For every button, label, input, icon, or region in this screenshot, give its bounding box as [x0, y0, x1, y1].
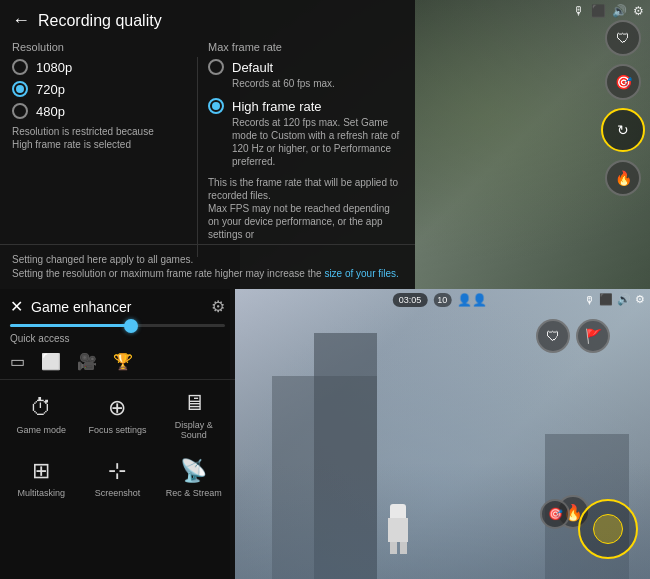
fps-high-desc: Records at 120 fps max. Set Game mode to… [232, 116, 403, 168]
game-score-display: 03:05 10 👤👤 [393, 293, 488, 307]
player-icons: 👤👤 [457, 293, 487, 307]
game-controls-top: 🎙 ⬛ 🔊 ⚙ 🛡 🎯 ↻ 🔥 [412, 0, 650, 289]
framerate-section: Max frame rate Default Records at 60 fps… [208, 41, 403, 257]
camera-icon: ⬛ [591, 4, 606, 18]
hud-extra-button[interactable]: 🎯 [540, 499, 570, 529]
back-button[interactable]: ← [12, 10, 30, 31]
bottom-shield-button[interactable]: 🛡 [536, 319, 570, 353]
framerate-label: Max frame rate [208, 41, 403, 53]
resolution-1080p-label: 1080p [36, 60, 72, 75]
panel-body: Resolution 1080p 720p 480p Resolution is… [0, 41, 415, 257]
multitasking-icon: ⊞ [32, 458, 50, 484]
b-settings-icon[interactable]: ⚙ [635, 293, 645, 306]
fps-info-text: This is the frame rate that will be appl… [208, 176, 403, 241]
game-enhancer-panel: ✕ Game enhancer ⚙ Quick access ▭ ⬜ 🎥 🏆 ⏱… [0, 289, 235, 579]
b-camera-icon: ⬛ [599, 293, 613, 306]
radio-default-fps[interactable] [208, 59, 224, 75]
display-icon: 🖥 [183, 390, 205, 416]
top-section: ← Recording quality Resolution 1080p 720… [0, 0, 650, 289]
grid-item-display[interactable]: 🖥 Display & Sound [157, 380, 231, 446]
qa-trophy-icon[interactable]: 🏆 [113, 352, 133, 371]
panel-header: ← Recording quality [0, 0, 415, 41]
brightness-slider[interactable] [0, 324, 235, 333]
enhancer-header: ✕ Game enhancer ⚙ [0, 289, 235, 324]
fps-default-title: Default [232, 60, 273, 75]
game-hud-controls: 🛡 🎯 ↻ 🔥 [601, 20, 645, 196]
screenshot-label: Screenshot [95, 488, 141, 498]
screenshot-icon: ⊹ [108, 458, 126, 484]
vertical-divider [197, 57, 198, 257]
slider-thumb[interactable] [124, 319, 138, 333]
grid-item-screenshot[interactable]: ⊹ Screenshot [80, 448, 154, 504]
enhancer-title: Game enhancer [31, 299, 131, 315]
radio-480p[interactable] [12, 103, 28, 119]
fps-default-option[interactable]: Default Records at 60 fps max. [208, 59, 403, 90]
focus-label: Focus settings [88, 425, 146, 435]
radio-high-fps[interactable] [208, 98, 224, 114]
rec-stream-label: Rec & Stream [166, 488, 222, 498]
resolution-480p[interactable]: 480p [12, 103, 187, 119]
grid-item-game-mode[interactable]: ⏱ Game mode [4, 380, 78, 446]
grid-item-multitasking[interactable]: ⊞ Multitasking [4, 448, 78, 504]
bottom-status-icons: 🎙 ⬛ 🔊 ⚙ [584, 293, 645, 306]
quick-access-icons: ▭ ⬜ 🎥 🏆 [0, 348, 235, 379]
resolution-1080p[interactable]: 1080p [12, 59, 187, 75]
enhancer-header-left: ✕ Game enhancer [10, 297, 131, 316]
enhancer-gear-button[interactable]: ⚙ [211, 297, 225, 316]
top-status-bar: 🎙 ⬛ 🔊 ⚙ [412, 0, 650, 22]
resolution-720p[interactable]: 720p [12, 81, 187, 97]
bottom-flag-button[interactable]: 🚩 [576, 319, 610, 353]
game-character [388, 504, 408, 554]
joystick-control[interactable] [578, 499, 638, 559]
grid-item-focus[interactable]: ⊕ Focus settings [80, 380, 154, 446]
fps-default-header: Default [208, 59, 403, 75]
hud-fire-button[interactable]: 🔥 [605, 160, 641, 196]
footer-highlight: size of your files. [324, 268, 398, 279]
game-score: 10 [433, 293, 451, 307]
hud-rotate-button[interactable]: ↻ [601, 108, 645, 152]
qa-record-icon[interactable]: 🎥 [77, 352, 97, 371]
resolution-720p-label: 720p [36, 82, 65, 97]
focus-icon: ⊕ [108, 395, 126, 421]
mic-icon: 🎙 [573, 4, 585, 18]
recording-quality-panel: ← Recording quality Resolution 1080p 720… [0, 0, 415, 289]
fps-high-option[interactable]: High frame rate Records at 120 fps max. … [208, 98, 403, 168]
slider-fill [10, 324, 128, 327]
b-volume-icon: 🔊 [617, 293, 631, 306]
slider-track [10, 324, 225, 327]
game-mode-label: Game mode [16, 425, 66, 435]
radio-720p[interactable] [12, 81, 28, 97]
multitasking-label: Multitasking [17, 488, 65, 498]
close-button[interactable]: ✕ [10, 297, 23, 316]
bottom-section: ✕ Game enhancer ⚙ Quick access ▭ ⬜ 🎥 🏆 ⏱… [0, 289, 650, 579]
volume-icon: 🔊 [612, 4, 627, 18]
fps-high-header: High frame rate [208, 98, 403, 114]
radio-1080p[interactable] [12, 59, 28, 75]
restriction-note: Resolution is restricted because High fr… [12, 125, 172, 151]
qa-monitor-icon[interactable]: ⬜ [41, 352, 61, 371]
enhancer-grid: ⏱ Game mode ⊕ Focus settings 🖥 Display &… [0, 380, 235, 504]
fps-default-desc: Records at 60 fps max. [232, 77, 403, 90]
game-timer: 03:05 [393, 293, 428, 307]
b-mic-icon: 🎙 [584, 294, 595, 306]
resolution-label: Resolution [12, 41, 187, 53]
settings-footer: Setting changed here apply to all games.… [0, 244, 415, 289]
grid-item-rec-stream[interactable]: 📡 Rec & Stream [157, 448, 231, 504]
fps-high-title: High frame rate [232, 99, 322, 114]
game-controls-bottom: 🎙 ⬛ 🔊 ⚙ 03:05 10 👤👤 🛡 🚩 🔥 🎯 [230, 289, 650, 579]
resolution-480p-label: 480p [36, 104, 65, 119]
panel-title: Recording quality [38, 12, 162, 30]
game-mode-icon: ⏱ [30, 395, 52, 421]
resolution-section: Resolution 1080p 720p 480p Resolution is… [12, 41, 187, 257]
hud-shield-button[interactable]: 🛡 [605, 20, 641, 56]
quick-access-label: Quick access [0, 333, 235, 348]
joystick-thumb [593, 514, 623, 544]
settings-icon[interactable]: ⚙ [633, 4, 644, 18]
rec-stream-icon: 📡 [180, 458, 207, 484]
hud-sight-button[interactable]: 🎯 [605, 64, 641, 100]
qa-window-icon[interactable]: ▭ [10, 352, 25, 371]
display-label: Display & Sound [161, 420, 227, 440]
